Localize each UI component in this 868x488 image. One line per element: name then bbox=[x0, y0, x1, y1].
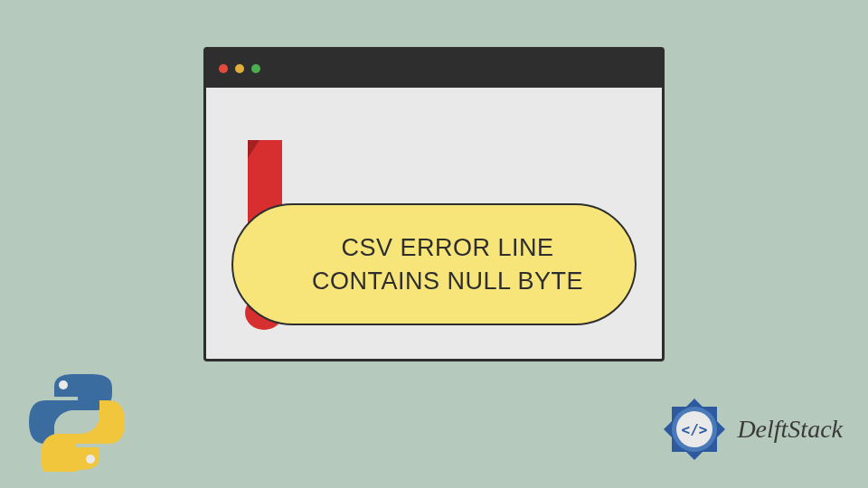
error-message-text: CSV ERROR LINE CONTAINS NULL BYTE bbox=[312, 231, 583, 297]
delftstack-logo: </> DelftStack bbox=[659, 394, 843, 465]
delftstack-brand-text: DelftStack bbox=[737, 415, 843, 444]
close-icon bbox=[219, 64, 228, 73]
maximize-icon bbox=[251, 64, 260, 73]
app-window: CSV ERROR LINE CONTAINS NULL BYTE bbox=[203, 47, 665, 361]
svg-point-1 bbox=[86, 455, 95, 464]
svg-point-0 bbox=[59, 380, 68, 389]
window-titlebar bbox=[206, 50, 662, 88]
delftstack-badge-icon: </> bbox=[659, 394, 730, 465]
svg-text:</>: </> bbox=[682, 421, 708, 438]
minimize-icon bbox=[235, 64, 244, 73]
python-logo-icon bbox=[27, 372, 127, 472]
error-line-1: CSV ERROR LINE bbox=[341, 234, 553, 261]
error-line-2: CONTAINS NULL BYTE bbox=[312, 267, 583, 295]
error-message-pill: CSV ERROR LINE CONTAINS NULL BYTE bbox=[231, 203, 637, 325]
